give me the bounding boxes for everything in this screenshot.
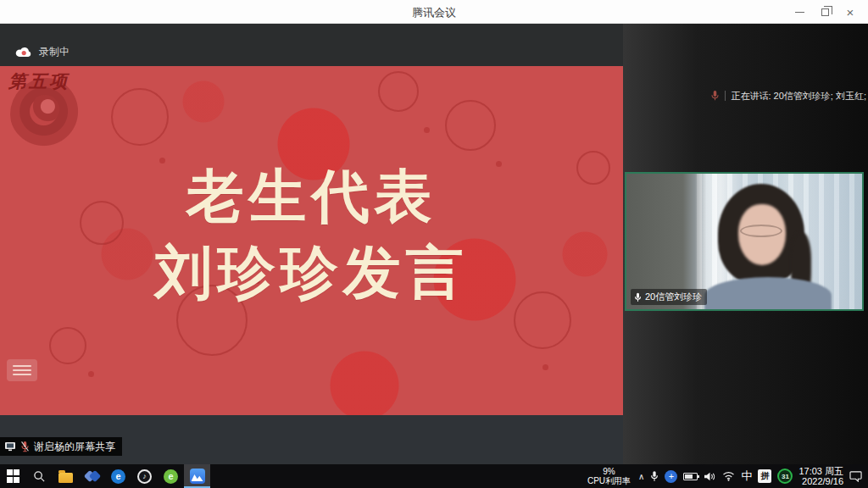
cpu-usage-indicator[interactable]: 9% CPU利用率 bbox=[587, 467, 631, 485]
slide-list-button bbox=[7, 359, 37, 381]
store-app-button[interactable] bbox=[79, 464, 105, 488]
restore-icon bbox=[821, 8, 829, 16]
monitor-icon bbox=[4, 441, 16, 452]
wifi-icon[interactable] bbox=[722, 471, 735, 481]
tencent-meeting-window: 腾讯会议 × 录制中 bbox=[0, 0, 868, 488]
action-center-icon[interactable] bbox=[849, 470, 863, 482]
speaking-label: 正在讲话: 20信管刘珍珍; 刘玉红; bbox=[731, 90, 866, 103]
clock-date: 2022/9/16 bbox=[798, 476, 843, 486]
recording-label: 录制中 bbox=[39, 45, 70, 59]
slide-title-line2: 刘珍珍发言 bbox=[0, 234, 623, 310]
volume-icon[interactable] bbox=[704, 471, 716, 482]
search-icon bbox=[33, 470, 46, 483]
minimize-icon bbox=[795, 12, 804, 13]
clock-time: 17:03 周五 bbox=[798, 466, 843, 476]
close-icon: × bbox=[847, 6, 854, 19]
participant-name-tag: 20信管刘珍珍 bbox=[631, 289, 707, 305]
participant-mic-icon bbox=[634, 292, 642, 302]
flower-dot-decoration bbox=[424, 127, 430, 133]
meeting-app-body: 录制中 第五项 bbox=[0, 24, 868, 464]
shared-screen-area: 录制中 第五项 bbox=[0, 24, 623, 464]
screen-share-banner[interactable]: 谢启杨的屏幕共享 bbox=[0, 437, 122, 456]
restore-button[interactable] bbox=[812, 0, 837, 24]
slide-title: 老生代表 刘珍珍发言 bbox=[0, 158, 623, 310]
system-tray: 9% CPU利用率 ∧ + 中 拼 bbox=[587, 464, 868, 488]
store-icon bbox=[86, 469, 99, 483]
blue-browser-button[interactable]: e bbox=[105, 464, 131, 488]
green-browser-button[interactable]: e bbox=[158, 464, 184, 488]
flower-dot-decoration bbox=[542, 364, 548, 370]
presentation-slide: 第五项 老生代表 刘珍珍发言 bbox=[0, 66, 623, 415]
calendar-tray-icon[interactable]: 31 bbox=[777, 469, 793, 484]
tray-expand-button[interactable]: ∧ bbox=[638, 472, 644, 481]
folder-icon bbox=[58, 473, 73, 483]
minimize-button[interactable] bbox=[787, 0, 812, 24]
window-title: 腾讯会议 bbox=[0, 5, 868, 20]
music-app-icon: ♪ bbox=[137, 469, 152, 484]
speaking-mic-icon bbox=[710, 90, 720, 102]
divider bbox=[725, 91, 726, 101]
tencent-meeting-taskbar-button[interactable] bbox=[184, 464, 210, 488]
speaking-indicator: 正在讲话: 20信管刘珍珍; 刘玉红; bbox=[710, 87, 866, 104]
tray-security-icon[interactable]: + bbox=[665, 470, 677, 483]
participant-name: 20信管刘珍珍 bbox=[645, 291, 702, 303]
taskbar-app-buttons: e ♪ e bbox=[0, 464, 210, 488]
ime-language-indicator[interactable]: 中 bbox=[741, 469, 752, 484]
search-button[interactable] bbox=[26, 464, 53, 488]
ime-mode-icon[interactable]: 拼 bbox=[758, 469, 771, 483]
windows-taskbar: e ♪ e 9% CPU利用率 ∧ + bbox=[0, 464, 868, 488]
music-app-button[interactable]: ♪ bbox=[131, 464, 158, 488]
flower-ring-decoration bbox=[445, 100, 496, 151]
cpu-percent: 9% bbox=[587, 467, 631, 476]
battery-icon[interactable] bbox=[683, 473, 698, 480]
close-button[interactable]: × bbox=[837, 0, 863, 24]
flower-ring-decoration bbox=[378, 71, 419, 112]
meeting-side-panel: 正在讲话: 20信管刘珍珍; 刘玉红; bbox=[623, 24, 868, 464]
participant-video-thumbnail[interactable]: 20信管刘珍珍 bbox=[625, 172, 864, 311]
window-controls: × bbox=[787, 0, 863, 24]
blue-browser-icon: e bbox=[111, 469, 125, 484]
taskbar-clock[interactable]: 17:03 周五 2022/9/16 bbox=[798, 466, 843, 486]
tencent-meeting-icon bbox=[190, 469, 205, 484]
recording-indicator[interactable]: 录制中 bbox=[15, 45, 70, 59]
recording-cloud-icon bbox=[15, 47, 32, 58]
flower-ring-decoration bbox=[49, 327, 86, 364]
slide-corner-label: 第五项 bbox=[8, 69, 70, 93]
muted-mic-icon bbox=[20, 441, 30, 452]
file-explorer-button[interactable] bbox=[53, 464, 79, 488]
participant-shoulders bbox=[704, 277, 832, 311]
participant-glasses bbox=[740, 225, 782, 237]
title-bar: 腾讯会议 × bbox=[0, 0, 868, 24]
start-button[interactable] bbox=[0, 464, 26, 488]
green-browser-icon: e bbox=[164, 469, 178, 484]
flower-dot-decoration bbox=[88, 371, 94, 377]
cpu-label: CPU利用率 bbox=[587, 476, 631, 485]
meeting-top-bar: 录制中 bbox=[0, 24, 623, 66]
screen-share-label: 谢启杨的屏幕共享 bbox=[34, 440, 115, 454]
tray-mic-icon[interactable] bbox=[650, 470, 659, 482]
flower-ring-decoration bbox=[111, 88, 169, 146]
slide-title-line1: 老生代表 bbox=[0, 158, 623, 234]
windows-logo-icon bbox=[7, 469, 20, 483]
